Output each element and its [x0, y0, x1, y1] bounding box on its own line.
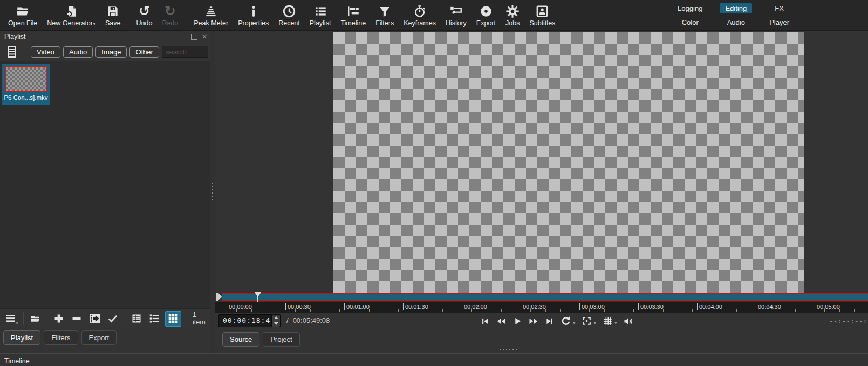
play-icon — [512, 316, 522, 326]
new-generator-label: New Generator▾ — [47, 19, 95, 27]
playlist-search-input[interactable] — [162, 46, 208, 58]
details-view-button[interactable] — [129, 312, 143, 326]
playlist-menu-dropdown-button[interactable]: ▾ — [4, 312, 18, 326]
media-tab-image[interactable]: Image — [95, 46, 127, 58]
playlist-button[interactable]: Playlist — [305, 0, 336, 30]
spinner-down-icon[interactable] — [272, 321, 280, 327]
tab-project[interactable]: Project — [263, 332, 299, 347]
jobs-label: Jobs — [505, 19, 520, 27]
export-button[interactable]: Export — [471, 0, 501, 30]
timeline-panel: Timeline — [0, 353, 868, 366]
jobs-button[interactable]: Jobs — [501, 0, 524, 30]
tab-export[interactable]: Export — [81, 330, 117, 345]
panel-splitter-vertical[interactable] — [210, 31, 215, 353]
remove-from-playlist-button[interactable] — [70, 312, 84, 326]
keyframes-button[interactable]: Keyframes — [399, 0, 441, 30]
loop-dropdown-caret-icon[interactable]: ▾ — [573, 320, 576, 326]
layout-editing-button[interactable]: Editing — [720, 3, 752, 13]
playlist-item[interactable]: P6 Con...s].mkv — [2, 64, 50, 105]
main-area: Playlist ✕ Video Audio Image Other — [0, 31, 868, 353]
tab-filters[interactable]: Filters — [44, 330, 78, 345]
playlist-items-area: P6 Con...s].mkv — [0, 61, 210, 308]
zoom-fit-button[interactable] — [579, 314, 595, 329]
peak-meter-button[interactable]: Peak Meter — [189, 0, 233, 30]
playlist-menu-button[interactable] — [3, 44, 20, 59]
close-panel-icon[interactable]: ✕ — [202, 33, 207, 40]
skip-next-button[interactable] — [542, 314, 558, 329]
scrub-bar[interactable] — [222, 293, 868, 301]
playlist-panel: Playlist ✕ Video Audio Image Other — [0, 31, 210, 353]
open-file-label: Open File — [8, 19, 37, 27]
tab-playlist[interactable]: Playlist — [3, 330, 40, 345]
fast-forward-button[interactable] — [525, 314, 542, 329]
filters-button[interactable]: Filters — [371, 0, 399, 30]
filters-icon — [378, 4, 392, 19]
timeline-button[interactable]: Timeline — [336, 0, 371, 30]
volume-button[interactable] — [620, 314, 637, 329]
tiles-view-button[interactable] — [147, 312, 161, 326]
zoom-dropdown-caret-icon[interactable]: ▾ — [594, 320, 597, 326]
media-tab-video[interactable]: Video — [31, 46, 60, 58]
toolbar-separator — [125, 312, 125, 325]
layout-color-button[interactable]: Color — [676, 17, 704, 27]
history-button[interactable]: History — [441, 0, 471, 30]
playlist-menu-icon — [6, 45, 17, 58]
rewind-button[interactable] — [493, 314, 509, 329]
video-preview-area — [215, 31, 868, 291]
recent-button[interactable]: Recent — [274, 0, 305, 30]
spinner-up-icon[interactable] — [272, 315, 280, 321]
zoom-fit-icon — [582, 316, 592, 326]
loop-button[interactable] — [558, 314, 574, 329]
panel-splitter-horizontal[interactable] — [500, 349, 518, 350]
video-preview-transparent — [333, 32, 804, 297]
grid-view-icon — [168, 313, 179, 324]
layout-logging-button[interactable]: Logging — [672, 3, 708, 13]
update-thumbnails-button[interactable] — [88, 312, 102, 326]
media-tab-audio[interactable]: Audio — [63, 46, 93, 58]
ruler-label: 00:03:00 — [579, 303, 605, 310]
toolbar-separator — [47, 312, 47, 325]
playlist-item-count: 1 item — [193, 311, 210, 326]
ruler-label: 00:02:00 — [462, 303, 487, 310]
shotcut-window: Open File New Generator▾ Save ↺ Undo — [0, 0, 868, 366]
ruler-label: 00:03:30 — [638, 303, 664, 310]
float-panel-icon[interactable] — [191, 34, 197, 40]
grid-button[interactable] — [599, 314, 616, 329]
main-toolbar: Open File New Generator▾ Save ↺ Undo — [0, 0, 868, 31]
playhead-marker[interactable] — [254, 291, 262, 302]
save-button[interactable]: Save — [100, 0, 126, 30]
layout-switcher: Logging Editing FX Color Audio Player — [672, 3, 795, 27]
layout-audio-button[interactable]: Audio — [722, 17, 750, 27]
tab-source[interactable]: Source — [222, 332, 259, 347]
history-icon — [449, 4, 463, 19]
properties-button[interactable]: Properties — [233, 0, 274, 30]
undo-button[interactable]: ↺ Undo — [131, 0, 157, 30]
toolbar-separator — [186, 3, 186, 27]
in-point-marker-icon[interactable] — [216, 293, 222, 301]
splitter-handle-icon — [212, 183, 213, 201]
list-view-icon — [149, 314, 160, 323]
playlist-item-name: P6 Con...s].mkv — [4, 94, 47, 101]
media-tab-other[interactable]: Other — [129, 46, 159, 58]
subtitles-button[interactable]: Subtitles — [524, 0, 560, 30]
skip-previous-icon — [480, 316, 490, 326]
keyframes-label: Keyframes — [404, 19, 436, 27]
layout-fx-button[interactable]: FX — [769, 3, 789, 13]
select-clip-button[interactable] — [106, 312, 120, 326]
grid-dropdown-caret-icon[interactable]: ▾ — [614, 320, 617, 326]
play-button[interactable] — [509, 314, 525, 329]
skip-previous-button[interactable] — [477, 314, 493, 329]
open-file-button[interactable]: Open File — [3, 0, 42, 30]
dropdown-caret-icon: ▾ — [93, 22, 95, 26]
subtitles-label: Subtitles — [529, 19, 555, 27]
open-clip-button[interactable] — [28, 312, 42, 326]
timeline-label: Timeline — [340, 19, 366, 27]
add-to-playlist-button[interactable] — [52, 312, 66, 326]
redo-button[interactable]: ↻ Redo — [157, 0, 183, 30]
current-timecode-input[interactable] — [219, 315, 271, 327]
icons-view-button[interactable] — [165, 311, 181, 327]
layout-player-button[interactable]: Player — [764, 17, 795, 27]
timeline-icon — [346, 4, 360, 19]
skip-next-icon — [545, 316, 555, 326]
new-generator-button[interactable]: New Generator▾ — [42, 0, 100, 30]
